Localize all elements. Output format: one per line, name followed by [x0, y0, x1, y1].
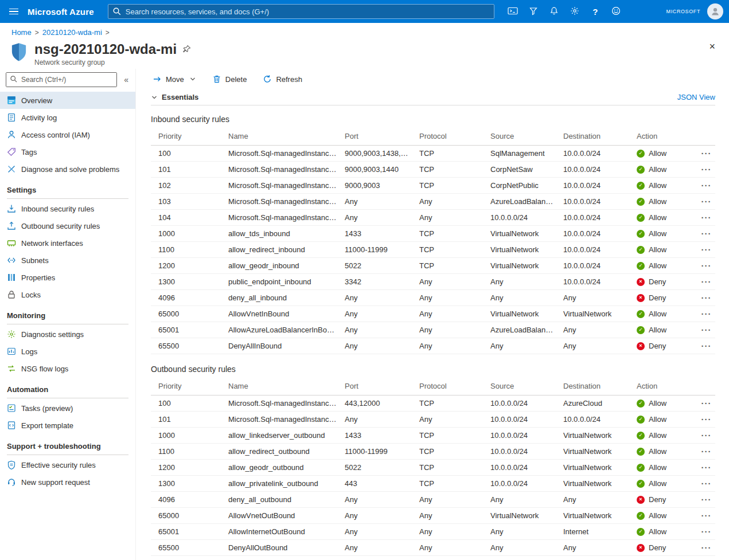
outbound-rule-row[interactable]: 1200allow_geodr_outbound5022TCP10.0.0.0/… — [151, 460, 715, 476]
inbound-rule-row[interactable]: 1000allow_tds_inbound1433TCPVirtualNetwo… — [151, 226, 715, 242]
row-context-menu-button[interactable]: ··· — [698, 181, 715, 190]
cell-name[interactable]: allow_redirect_inbound — [221, 245, 337, 254]
inbound-rule-row[interactable]: 1100allow_redirect_inbound11000-11999TCP… — [151, 242, 715, 258]
feedback-button[interactable] — [606, 0, 626, 23]
row-context-menu-button[interactable]: ··· — [698, 245, 715, 254]
row-context-menu-button[interactable]: ··· — [698, 325, 715, 335]
column-header-protocol[interactable]: Protocol — [412, 382, 483, 390]
outbound-rule-row[interactable]: 1100allow_redirect_outbound11000-11999TC… — [151, 444, 715, 460]
row-context-menu-button[interactable]: ··· — [698, 430, 715, 440]
cell-name[interactable]: deny_all_inbound — [221, 293, 337, 302]
settings-button[interactable] — [564, 0, 585, 23]
cell-name[interactable]: Microsoft.Sql-managedInstances_U... — [221, 181, 337, 190]
refresh-button[interactable]: Refresh — [258, 72, 307, 87]
cell-name[interactable]: deny_all_outbound — [221, 495, 337, 504]
outbound-rule-row[interactable]: 100Microsoft.Sql-managedInstances_U...44… — [151, 395, 715, 412]
outbound-rule-row[interactable]: 65500DenyAllOutBoundAnyAnyAnyAny×Deny··· — [151, 540, 715, 556]
breadcrumb-home[interactable]: Home — [11, 28, 32, 37]
cell-name[interactable]: Microsoft.Sql-managedInstances_U... — [221, 165, 337, 174]
outbound-rule-row[interactable]: 65000AllowVnetOutBoundAnyAnyVirtualNetwo… — [151, 508, 715, 524]
sidebar-item-inbound-security-rules[interactable]: Inbound security rules — [0, 200, 135, 217]
cell-name[interactable]: Microsoft.Sql-managedInstances_U... — [221, 415, 337, 424]
row-context-menu-button[interactable]: ··· — [698, 197, 715, 206]
column-header-source[interactable]: Source — [483, 132, 556, 140]
cell-name[interactable]: Microsoft.Sql-managedInstances_U... — [221, 399, 337, 408]
sidebar-item-new-support-request[interactable]: New support request — [0, 473, 135, 491]
row-context-menu-button[interactable]: ··· — [698, 527, 715, 536]
cell-name[interactable]: DenyAllInBound — [221, 342, 337, 350]
inbound-rule-row[interactable]: 65000AllowVnetInBoundAnyAnyVirtualNetwor… — [151, 306, 715, 322]
row-context-menu-button[interactable]: ··· — [698, 543, 715, 553]
cell-name[interactable]: AllowVnetInBound — [221, 310, 337, 318]
column-header-name[interactable]: Name — [221, 382, 337, 390]
breadcrumb-resource[interactable]: 20210120-wda-mi — [42, 28, 102, 37]
row-context-menu-button[interactable]: ··· — [698, 277, 715, 287]
sidebar-item-network-interfaces[interactable]: Network interfaces — [0, 234, 135, 252]
directory-filter-button[interactable] — [523, 0, 544, 23]
sidebar-item-logs[interactable]: Logs — [0, 343, 135, 360]
essentials-header[interactable]: Essentials JSON View — [151, 89, 715, 105]
sidebar-item-tags[interactable]: Tags — [0, 143, 135, 160]
help-button[interactable]: ? — [585, 0, 606, 23]
column-header-port[interactable]: Port — [337, 382, 412, 390]
cell-name[interactable]: AllowAzureLoadBalancerInBound — [221, 326, 337, 334]
sidebar-item-nsg-flow-logs[interactable]: NSG flow logs — [0, 360, 135, 377]
cell-name[interactable]: allow_privatelink_outbound — [221, 479, 337, 488]
azure-brand[interactable]: Microsoft Azure — [28, 7, 94, 17]
row-context-menu-button[interactable]: ··· — [698, 293, 715, 303]
cell-name[interactable]: allow_linkedserver_outbound — [221, 431, 337, 440]
sidebar-item-diagnose-and-solve-problems[interactable]: Diagnose and solve problems — [0, 160, 135, 178]
sidebar-item-tasks-preview[interactable]: Tasks (preview) — [0, 400, 135, 417]
outbound-rule-row[interactable]: 1300allow_privatelink_outbound443TCP10.0… — [151, 476, 715, 492]
column-header-name[interactable]: Name — [221, 132, 337, 140]
row-context-menu-button[interactable]: ··· — [698, 341, 715, 351]
cell-name[interactable]: allow_geodr_outbound — [221, 463, 337, 472]
outbound-rule-row[interactable]: 65001AllowInternetOutBoundAnyAnyAnyInter… — [151, 524, 715, 540]
outbound-rule-row[interactable]: 4096deny_all_outboundAnyAnyAnyAny×Deny··… — [151, 492, 715, 508]
cell-name[interactable]: Microsoft.Sql-managedInstances_U... — [221, 213, 337, 222]
global-search-input[interactable] — [108, 4, 494, 19]
row-context-menu-button[interactable]: ··· — [698, 479, 715, 488]
sidebar-item-export-template[interactable]: Export template — [0, 417, 135, 434]
sidebar-search-input[interactable] — [6, 73, 116, 87]
row-context-menu-button[interactable]: ··· — [698, 398, 715, 408]
row-context-menu-button[interactable]: ··· — [698, 447, 715, 456]
column-header-action[interactable]: Action — [629, 382, 690, 390]
sidebar-collapse-button[interactable]: « — [122, 75, 131, 84]
inbound-rule-row[interactable]: 4096deny_all_inboundAnyAnyAnyAny×Deny··· — [151, 290, 715, 306]
column-header-priority[interactable]: Priority — [151, 132, 221, 140]
row-context-menu-button[interactable]: ··· — [698, 511, 715, 520]
inbound-rule-row[interactable]: 1200allow_geodr_inbound5022TCPVirtualNet… — [151, 258, 715, 274]
row-context-menu-button[interactable]: ··· — [698, 463, 715, 472]
outbound-rule-row[interactable]: 101Microsoft.Sql-managedInstances_U...An… — [151, 412, 715, 428]
column-header-action[interactable]: Action — [629, 132, 690, 140]
row-context-menu-button[interactable]: ··· — [698, 213, 715, 222]
inbound-rule-row[interactable]: 103Microsoft.Sql-managedInstances_U...An… — [151, 194, 715, 210]
json-view-link[interactable]: JSON View — [677, 93, 715, 101]
inbound-rule-row[interactable]: 100Microsoft.Sql-managedInstances_U...90… — [151, 146, 715, 162]
avatar[interactable] — [707, 3, 723, 19]
row-context-menu-button[interactable]: ··· — [698, 148, 715, 158]
cell-name[interactable]: public_endpoint_inbound — [221, 277, 337, 286]
column-header-destination[interactable]: Destination — [556, 382, 629, 390]
portal-menu-button[interactable] — [0, 0, 28, 23]
row-context-menu-button[interactable]: ··· — [698, 309, 715, 319]
pin-button[interactable] — [182, 45, 191, 55]
inbound-rule-row[interactable]: 104Microsoft.Sql-managedInstances_U...An… — [151, 210, 715, 226]
inbound-rule-row[interactable]: 101Microsoft.Sql-managedInstances_U...90… — [151, 162, 715, 178]
cell-name[interactable]: AllowInternetOutBound — [221, 527, 337, 536]
cell-name[interactable]: Microsoft.Sql-managedInstances_U... — [221, 149, 337, 158]
row-context-menu-button[interactable]: ··· — [698, 229, 715, 238]
row-context-menu-button[interactable]: ··· — [698, 414, 715, 424]
inbound-rule-row[interactable]: 102Microsoft.Sql-managedInstances_U...90… — [151, 178, 715, 194]
column-header-priority[interactable]: Priority — [151, 382, 221, 390]
sidebar-item-diagnostic-settings[interactable]: Diagnostic settings — [0, 326, 135, 343]
sidebar-item-effective-security-rules[interactable]: Effective security rules — [0, 456, 135, 473]
cell-name[interactable]: AllowVnetOutBound — [221, 511, 337, 520]
sidebar-item-outbound-security-rules[interactable]: Outbound security rules — [0, 217, 135, 234]
row-context-menu-button[interactable]: ··· — [698, 165, 715, 174]
cell-name[interactable]: allow_redirect_outbound — [221, 447, 337, 456]
sidebar-item-subnets[interactable]: Subnets — [0, 252, 135, 269]
row-context-menu-button[interactable]: ··· — [698, 495, 715, 504]
cell-name[interactable]: allow_geodr_inbound — [221, 261, 337, 270]
